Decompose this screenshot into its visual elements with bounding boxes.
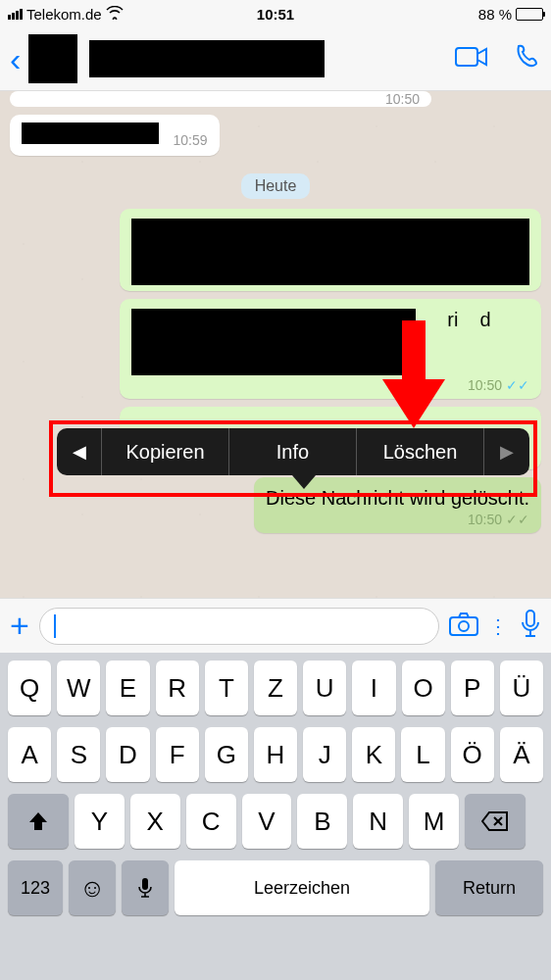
carrier-label: Telekom.de (26, 6, 102, 23)
message-time: 10:59 (173, 132, 207, 148)
numbers-key[interactable]: 123 (8, 860, 63, 915)
context-menu-info[interactable]: Info (229, 428, 357, 475)
battery-icon (516, 8, 543, 21)
key-g[interactable]: G (205, 727, 248, 782)
message-time: 10:50 (385, 91, 420, 107)
annotation-highlight-box: ◀ Kopieren Info Löschen ▶ (49, 420, 537, 497)
contact-name-redacted[interactable] (89, 40, 325, 77)
message-cutoff[interactable]: 10:50 (10, 91, 431, 107)
video-call-button[interactable] (455, 45, 488, 73)
key-t[interactable]: T (205, 661, 248, 715)
key-ü[interactable]: Ü (500, 661, 543, 715)
svg-rect-1 (402, 320, 426, 379)
read-ticks-icon: ✓✓ (506, 377, 529, 393)
camera-button[interactable] (449, 612, 478, 640)
redacted-text (22, 122, 159, 144)
key-s[interactable]: S (57, 727, 100, 782)
sent-ticks-icon: ✓✓ (506, 512, 529, 527)
shift-key[interactable] (8, 794, 69, 849)
message-input[interactable] (39, 608, 439, 645)
key-p[interactable]: P (451, 661, 494, 715)
chat-area[interactable]: 10:50 10:59 Heute ri d 10:50✓✓ 10:50✓✓ D… (0, 91, 551, 598)
backspace-key[interactable] (465, 794, 526, 849)
key-q[interactable]: Q (8, 661, 51, 715)
outgoing-message-2[interactable]: ri d 10:50✓✓ (120, 299, 541, 399)
status-right: 88 % (478, 6, 543, 23)
key-ö[interactable]: Ö (451, 727, 494, 782)
keyboard-row-4: 123 ☺ Leerzeichen Return (4, 860, 547, 915)
message-time: 10:50✓✓ (131, 377, 529, 393)
svg-rect-0 (456, 48, 477, 66)
key-b[interactable]: B (297, 794, 347, 849)
key-c[interactable]: C (186, 794, 236, 849)
return-key[interactable]: Return (435, 860, 543, 915)
key-z[interactable]: Z (254, 661, 297, 715)
annotation-arrow (382, 320, 445, 428)
key-j[interactable]: J (303, 727, 346, 782)
context-menu-next[interactable]: ▶ (484, 428, 529, 475)
context-menu-copy[interactable]: Kopieren (102, 428, 229, 475)
keyboard-row-3: YXCVBNM (4, 794, 547, 849)
key-o[interactable]: O (402, 661, 445, 715)
attach-button[interactable]: + (10, 607, 29, 645)
chat-header: ‹ (0, 27, 551, 91)
keyboard-row-2: ASDFGHJKLÖÄ (4, 727, 547, 782)
redacted-text (131, 309, 416, 375)
context-menu: ◀ Kopieren Info Löschen ▶ (57, 428, 529, 475)
context-menu-prev[interactable]: ◀ (57, 428, 102, 475)
voice-call-button[interactable] (514, 43, 541, 74)
status-time: 10:51 (257, 6, 294, 23)
message-input-bar: + ⋮ (0, 598, 551, 653)
contact-avatar[interactable] (28, 34, 77, 83)
key-x[interactable]: X (130, 794, 180, 849)
key-k[interactable]: K (352, 727, 395, 782)
outgoing-message-1[interactable] (120, 209, 541, 291)
redacted-text (131, 219, 529, 285)
key-u[interactable]: U (303, 661, 346, 715)
dictation-key[interactable] (122, 860, 169, 915)
more-button[interactable]: ⋮ (488, 614, 510, 638)
key-w[interactable]: W (57, 661, 100, 715)
wifi-icon (106, 6, 124, 23)
key-e[interactable]: E (106, 661, 149, 715)
svg-point-4 (459, 621, 469, 631)
space-key[interactable]: Leerzeichen (175, 860, 429, 915)
key-v[interactable]: V (242, 794, 292, 849)
key-ä[interactable]: Ä (500, 727, 543, 782)
keyboard: QWERTZUIOPÜ ASDFGHJKLÖÄ YXCVBNM 123 ☺ Le… (0, 653, 551, 980)
key-h[interactable]: H (254, 727, 297, 782)
emoji-key[interactable]: ☺ (69, 860, 116, 915)
status-bar: Telekom.de 10:51 88 % (0, 0, 551, 27)
incoming-message[interactable]: 10:59 (10, 115, 220, 156)
keyboard-row-1: QWERTZUIOPÜ (4, 661, 547, 715)
mic-button[interactable] (520, 610, 541, 643)
key-n[interactable]: N (353, 794, 403, 849)
context-menu-delete[interactable]: Löschen (357, 428, 484, 475)
key-d[interactable]: D (106, 727, 149, 782)
svg-rect-3 (450, 617, 477, 635)
key-f[interactable]: F (156, 727, 199, 782)
svg-rect-5 (526, 611, 534, 626)
key-a[interactable]: A (8, 727, 51, 782)
key-i[interactable]: I (352, 661, 395, 715)
date-separator: Heute (241, 173, 311, 199)
back-button[interactable]: ‹ (10, 40, 21, 78)
key-r[interactable]: R (156, 661, 199, 715)
key-l[interactable]: L (401, 727, 444, 782)
status-left: Telekom.de (8, 6, 124, 23)
svg-rect-6 (142, 878, 148, 890)
battery-pct: 88 % (478, 6, 512, 23)
context-menu-tail (292, 475, 316, 489)
key-y[interactable]: Y (75, 794, 125, 849)
text-caret (54, 614, 56, 638)
message-time: 10:50✓✓ (266, 512, 529, 527)
key-m[interactable]: M (409, 794, 459, 849)
signal-icon (8, 9, 23, 20)
